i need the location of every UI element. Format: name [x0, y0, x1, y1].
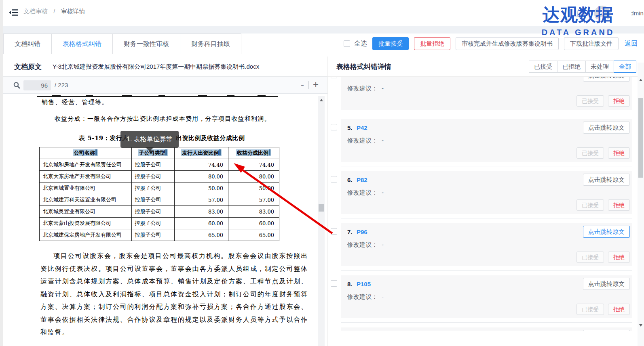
breadcrumb-separator: /: [53, 8, 55, 15]
accepted-button[interactable]: 已接受: [576, 147, 604, 159]
table-cell: 控股子公司: [131, 229, 175, 241]
brand-logo-en: DATA GRAND: [534, 27, 622, 37]
table-cell: 控股子公司: [131, 182, 175, 194]
table-cell: 北京城建保定房地产开发有限公司: [40, 229, 132, 241]
document-scrollbar-thumb[interactable]: [319, 204, 324, 212]
highlight-cursor-bar: [165, 149, 167, 155]
finish-generate-button[interactable]: 审核完成并生成修改版募集说明书: [456, 37, 559, 50]
issue-card: 点击跳转原文 修改建议：- 已接受 拒绝: [341, 327, 632, 331]
highlight-cursor-bar: [219, 149, 221, 155]
reject-button[interactable]: 拒绝: [608, 95, 630, 107]
issue-page-link[interactable]: P82: [357, 176, 367, 183]
issue-divider: [341, 114, 632, 114]
table-error-tooltip: 1. 表格单位异常: [120, 131, 179, 148]
issue-header: 点击跳转原文: [347, 77, 626, 82]
issue-header: 5. P42 点击跳转原文: [347, 122, 626, 134]
document-table-body: 北京城和房地产开发有限责任公司控股子公司74.4074.40北京大东房地产开发有…: [40, 159, 279, 241]
zoom-out-button[interactable]: -: [301, 79, 304, 90]
tab-1[interactable]: 表格格式纠错: [51, 34, 113, 54]
accepted-button[interactable]: 已接受: [576, 199, 604, 211]
document-scrollbar[interactable]: [318, 96, 325, 346]
reject-button[interactable]: 拒绝: [608, 252, 630, 263]
issue-header: 8. P105 点击跳转原文: [347, 279, 626, 290]
jump-to-source-button[interactable]: 点击跳转原文: [583, 226, 630, 238]
table-cell: 北京云蒙山投资发展有限公司: [40, 218, 132, 229]
review-panel-title: 表格格式纠错详情: [336, 62, 391, 71]
scroll-down-icon[interactable]: [639, 324, 642, 327]
table-cell: 65.00: [228, 229, 279, 241]
scroll-up-icon[interactable]: [320, 99, 323, 101]
issue-page-link[interactable]: P105: [357, 281, 371, 287]
batch-accept-button[interactable]: 批量接受: [372, 37, 409, 50]
issue-header: 6. P82 点击跳转原文: [347, 174, 626, 186]
review-scrollbar[interactable]: [638, 63, 644, 346]
issue-page-link[interactable]: P96: [357, 229, 367, 235]
reject-button[interactable]: 拒绝: [608, 199, 630, 211]
document-filename: Y-3北京城建投资发展股份有限公司2017年度第一期中期票据募集说明书.docx: [53, 63, 259, 71]
document-panel-title: 文档原文: [14, 62, 42, 71]
issue-checkbox[interactable]: [331, 280, 337, 287]
table-error-tooltip-text: 1. 表格单位异常: [127, 136, 173, 143]
page-number-input[interactable]: [23, 80, 51, 90]
back-button[interactable]: 返回: [624, 37, 638, 50]
issue-checkbox[interactable]: [331, 176, 337, 182]
issue-checkbox[interactable]: [331, 228, 337, 235]
issue-divider: [341, 166, 632, 166]
brand-logo: 达观数据 DATA GRAND: [534, 2, 622, 37]
zoom-divider: [308, 81, 309, 89]
select-all-label: 全选: [354, 40, 367, 48]
table-header-cell: 发行人出资比例: [175, 147, 228, 159]
breadcrumb: 文档审核 / 审核详情: [23, 8, 85, 15]
zoom-in-button[interactable]: +: [313, 79, 319, 90]
tooltip-arrow: [146, 147, 154, 151]
breadcrumb-section[interactable]: 文档审核: [23, 8, 48, 15]
issue-checkbox[interactable]: [331, 124, 337, 130]
tab-3[interactable]: 财务科目抽取: [180, 34, 241, 54]
select-all-checkbox[interactable]: [344, 40, 350, 47]
issue-suggestion: 修改建议：-: [347, 85, 626, 93]
document-table-head: 公司名称子公司类型发行人出资比例收益分成比例: [40, 147, 279, 159]
accepted-button[interactable]: 已接受: [576, 252, 604, 263]
issue-actions: 已接受 拒绝: [576, 252, 630, 263]
table-cell: 57.00: [228, 194, 279, 206]
previous-table-cut-edge: [37, 96, 278, 97]
suggestion-value: -: [382, 293, 384, 300]
menu-fold-icon[interactable]: [9, 8, 19, 17]
table-cell: 控股子公司: [131, 194, 175, 206]
accepted-button[interactable]: 已接受: [576, 95, 604, 107]
username-label[interactable]: admin: [631, 10, 644, 18]
search-icon[interactable]: [13, 82, 20, 90]
suggestion-value: -: [382, 241, 384, 248]
scroll-up-icon[interactable]: [639, 79, 642, 81]
suggestion-label: 修改建议：: [347, 85, 378, 92]
filter-button-1[interactable]: 已拒绝: [557, 61, 586, 73]
jump-to-source-button[interactable]: 点击跳转原文: [583, 174, 630, 186]
reject-button[interactable]: 拒绝: [608, 147, 630, 159]
document-panel: 文档原文 Y-3北京城建投资发展股份有限公司2017年度第一期中期票据募集说明书…: [3, 57, 327, 346]
jump-to-source-button[interactable]: 点击跳转原文: [583, 77, 630, 82]
filter-button-3[interactable]: 全部: [614, 61, 636, 73]
issue-page-link[interactable]: P42: [357, 124, 367, 131]
filter-button-0[interactable]: 已接受: [529, 61, 557, 73]
table-row: 北京首城置业有限公司控股子公司50.0050.00: [40, 182, 279, 194]
suggestion-value: -: [382, 85, 384, 92]
review-scrollbar-thumb[interactable]: [638, 98, 643, 178]
jump-to-source-button[interactable]: 点击跳转原文: [583, 330, 630, 331]
download-annotated-button[interactable]: 下载批注版文件: [564, 37, 619, 50]
tab-2[interactable]: 财务一致性审核: [112, 34, 180, 54]
accepted-button[interactable]: 已接受: [576, 304, 604, 315]
table-row: 北京大东房地产开发有限公司控股子公司80.0080.00: [40, 171, 279, 182]
table-cell: 65.00: [175, 229, 228, 241]
tab-0[interactable]: 文档纠错: [3, 34, 52, 54]
table-row: 北京城建保定房地产开发有限公司控股子公司65.0065.00: [40, 229, 279, 241]
table-cell: 北京城和房地产开发有限责任公司: [40, 159, 132, 171]
jump-to-source-button[interactable]: 点击跳转原文: [583, 122, 630, 134]
issue-checkbox[interactable]: [331, 77, 337, 78]
table-cell: 控股子公司: [131, 159, 175, 171]
filter-button-2[interactable]: 未处理: [585, 61, 614, 73]
jump-to-source-button[interactable]: 点击跳转原文: [583, 278, 630, 290]
table-cell: 57.00: [175, 194, 228, 206]
reject-button[interactable]: 拒绝: [608, 304, 630, 315]
batch-reject-button[interactable]: 批量拒绝: [414, 37, 450, 50]
suggestion-value: -: [382, 137, 384, 144]
